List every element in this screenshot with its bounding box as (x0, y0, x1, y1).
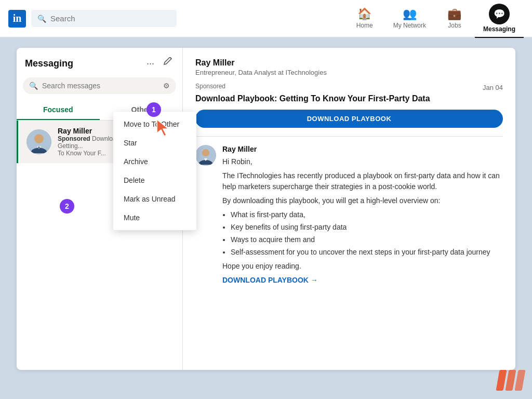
svg-point-1 (34, 134, 44, 143)
message-panel: Ray Miller Entrepreneur, Data Analyst at… (183, 48, 515, 370)
home-icon: 🏠 (357, 7, 371, 21)
nav-item-network[interactable]: 👥 My Network (385, 3, 434, 34)
download-playbook-ad-button[interactable]: DOWNLOAD PLAYBOOK (195, 110, 503, 128)
context-menu-mark-unread[interactable]: Mark as Unread (113, 190, 196, 208)
tab-focused[interactable]: Focused (17, 100, 100, 120)
search-messages-input[interactable] (42, 82, 159, 90)
home-label: Home (356, 22, 373, 29)
sponsored-row: Sponsored Jan 04 (195, 83, 503, 92)
jobs-icon: 💼 (447, 7, 461, 21)
messaging-bubble: 💬 (489, 4, 510, 24)
sidebar-header-icons: ··· (145, 56, 174, 71)
step-badge-1: 1 (147, 102, 161, 117)
msg-date: Jan 04 (483, 84, 503, 91)
nav-items: 🏠 Home 👥 My Network 💼 Jobs 💬 Messaging (347, 0, 524, 38)
compose-button[interactable] (162, 56, 174, 71)
bullet-1: What is first-party data, (231, 209, 503, 220)
avatar (26, 129, 51, 154)
top-nav: in 🔍 🏠 Home 👥 My Network 💼 Jobs 💬 Messag… (0, 0, 532, 37)
search-bar[interactable]: 🔍 (31, 10, 177, 27)
download-playbook-link[interactable]: DOWNLOAD PLAYBOOK → (222, 276, 318, 284)
watermark (498, 370, 524, 391)
paragraph1: The ITechnologies has recently produced … (222, 170, 503, 192)
context-menu-star[interactable]: Star (113, 134, 196, 152)
context-menu: Move to To Other Star Archive Delete Mar… (113, 112, 196, 230)
bullet-4: Self-assessment for you to uncover the n… (231, 247, 503, 258)
bullet-2: Key benefits of using first-party data (231, 222, 503, 233)
messaging-label: Messaging (483, 25, 515, 33)
main-content: Messaging ··· 🔍 ⚙ Focused (0, 37, 532, 399)
greeting: Hi Robin, (222, 156, 503, 167)
nav-item-messaging[interactable]: 💬 Messaging (475, 0, 524, 38)
linkedin-logo[interactable]: in (8, 10, 26, 28)
messaging-panel: Messaging ··· 🔍 ⚙ Focused (17, 48, 515, 370)
search-messages-icon: 🔍 (29, 82, 38, 90)
logo-text: in (13, 12, 22, 24)
paragraph2: By downloading this playbook, you will g… (222, 195, 503, 206)
nav-item-jobs[interactable]: 💼 Jobs (436, 3, 473, 34)
context-menu-delete[interactable]: Delete (113, 171, 196, 190)
context-menu-mute[interactable]: Mute (113, 208, 196, 227)
step-badge-2: 2 (60, 199, 74, 214)
more-options-button[interactable]: ··· (145, 57, 155, 70)
msg-content: Ray Miller Hi Robin, The ITechnologies h… (222, 145, 503, 286)
ad-title: Download Playbook: Getting To Know Your … (195, 94, 503, 103)
nav-item-home[interactable]: 🏠 Home (347, 3, 383, 34)
compose-icon (163, 57, 173, 68)
msg-sender-name: Ray Miller (222, 145, 503, 153)
msg-body: Ray Miller Hi Robin, The ITechnologies h… (195, 145, 503, 286)
sidebar-title: Messaging (25, 58, 73, 69)
msg-header-name: Ray Miller (195, 58, 503, 68)
search-messages-bar[interactable]: 🔍 ⚙ (23, 77, 176, 94)
search-input[interactable] (50, 14, 170, 23)
messaging-icon: 💬 (494, 8, 505, 20)
msg-text: Hi Robin, The ITechnologies has recently… (222, 156, 503, 286)
bullet-list: What is first-party data, Key benefits o… (231, 209, 503, 258)
search-icon: 🔍 (37, 15, 46, 23)
context-menu-move-to-other[interactable]: Move to To Other (113, 115, 196, 134)
context-menu-archive[interactable]: Archive (113, 152, 196, 171)
network-label: My Network (393, 22, 426, 29)
network-icon: 👥 (403, 7, 417, 21)
sidebar-header: Messaging ··· (17, 48, 182, 77)
svg-point-3 (202, 149, 209, 156)
closing: Hope you enjoy reading. (222, 261, 503, 272)
sponsored-label: Sponsored (195, 83, 225, 90)
msg-avatar (195, 145, 216, 166)
bullet-3: Ways to acquire them and (231, 234, 503, 245)
msg-header-subtitle: Entrepreneur, Data Analyst at ITechnolog… (195, 69, 503, 76)
message-divider (195, 136, 503, 137)
filter-icon[interactable]: ⚙ (163, 82, 170, 90)
jobs-label: Jobs (448, 22, 461, 29)
